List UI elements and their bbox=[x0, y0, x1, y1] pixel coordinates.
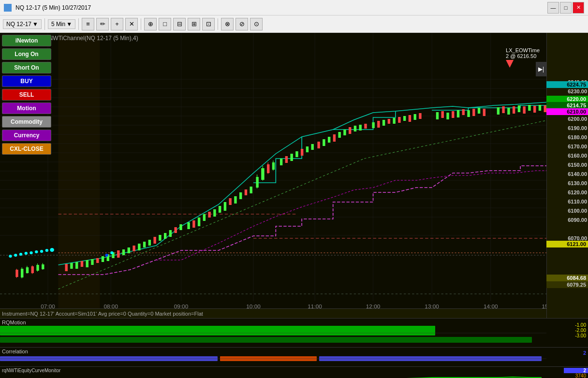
correlation-svg bbox=[0, 348, 546, 367]
svg-rect-114 bbox=[403, 116, 406, 121]
layout-button-2[interactable]: ⊟ bbox=[173, 18, 186, 30]
close-button[interactable]: ✕ bbox=[573, 2, 584, 14]
equity-right: 2 3740 1000 bbox=[546, 368, 588, 378]
instrument-selector[interactable]: NQ 12-17 ▼ bbox=[3, 19, 42, 29]
svg-rect-104 bbox=[349, 127, 351, 134]
buy-button[interactable]: BUY bbox=[2, 75, 51, 87]
timeframe-selector[interactable]: 5 Min ▼ bbox=[48, 19, 75, 29]
svg-rect-53 bbox=[96, 258, 99, 263]
svg-rect-124 bbox=[467, 110, 470, 117]
svg-rect-51 bbox=[86, 260, 88, 267]
svg-rect-92 bbox=[285, 156, 288, 163]
svg-rect-78 bbox=[229, 198, 231, 205]
svg-rect-122 bbox=[457, 110, 459, 117]
svg-rect-58 bbox=[122, 249, 125, 255]
svg-rect-66 bbox=[164, 233, 166, 239]
currency-button[interactable]: Currency bbox=[2, 130, 51, 141]
commodity-button[interactable]: Commodity bbox=[2, 116, 51, 128]
svg-rect-178 bbox=[0, 367, 546, 378]
layout-button-1[interactable]: □ bbox=[159, 18, 171, 30]
motion-button[interactable]: Motion bbox=[2, 102, 51, 114]
svg-rect-50 bbox=[81, 261, 83, 267]
window-title: NQ 12-17 (5 Min) 10/27/2017 bbox=[15, 4, 91, 11]
svg-rect-54 bbox=[102, 256, 104, 262]
title-bar: NQ 12-17 (5 Min) 10/27/2017 — □ ✕ bbox=[0, 0, 588, 15]
price-6160: 6160.00 bbox=[568, 153, 587, 159]
svg-rect-103 bbox=[343, 130, 346, 135]
draw-tool-button[interactable]: ✏ bbox=[96, 18, 109, 30]
play-button[interactable]: ▶| bbox=[536, 62, 546, 76]
svg-rect-98 bbox=[317, 142, 320, 148]
svg-point-157 bbox=[105, 254, 108, 257]
status-bar: Instrument=NQ 12-17' Account=Sim101' Avg… bbox=[0, 308, 546, 318]
price-6230: 6230.00 bbox=[568, 88, 587, 94]
rqmotion-val1: -1.00 bbox=[546, 322, 588, 328]
left-panel: iNewton Long On Short On BUY SELL Motion… bbox=[0, 33, 53, 318]
price-6130: 6130.00 bbox=[568, 180, 587, 186]
price-highlight-6210: 6210.00 bbox=[546, 108, 588, 115]
layout-button-3[interactable]: ⊞ bbox=[188, 18, 200, 30]
long-on-button[interactable]: Long On bbox=[2, 48, 51, 60]
svg-rect-67 bbox=[169, 230, 172, 237]
remove-button[interactable]: ✕ bbox=[125, 18, 138, 30]
settings-button[interactable]: ⊗ bbox=[221, 18, 234, 30]
svg-rect-171 bbox=[0, 337, 532, 343]
equity-val1: 2 bbox=[564, 368, 588, 373]
rqmotion-right-panel: -1.00 -2.00 -3.00 bbox=[546, 322, 588, 338]
strategy-button[interactable]: ⊙ bbox=[250, 18, 263, 30]
svg-rect-105 bbox=[354, 126, 356, 131]
svg-rect-69 bbox=[179, 224, 182, 230]
price-6090: 6090.00 bbox=[568, 217, 587, 223]
svg-rect-112 bbox=[393, 118, 395, 124]
price-6100: 6100.00 bbox=[568, 208, 587, 214]
price-6120: 6120.00 bbox=[568, 189, 587, 195]
maximize-button[interactable]: □ bbox=[560, 2, 572, 14]
correlation-right: 2 bbox=[546, 350, 588, 356]
svg-rect-136 bbox=[539, 105, 541, 111]
minimize-button[interactable]: — bbox=[547, 2, 559, 14]
indicator-button[interactable]: ⊘ bbox=[235, 18, 248, 30]
chart-container: RQiNewtonNQ, rqNWTiChannel(NQ 12-17 (5 M… bbox=[0, 33, 588, 318]
svg-rect-61 bbox=[138, 244, 140, 250]
price-axis: 6240.00 6230.00 6220.00 6210.00 6200.00 … bbox=[546, 33, 588, 318]
svg-rect-113 bbox=[398, 117, 400, 123]
price-6140: 6140.00 bbox=[568, 171, 587, 177]
svg-rect-73 bbox=[203, 214, 206, 221]
crosshair-button[interactable]: + bbox=[111, 18, 123, 30]
svg-rect-126 bbox=[478, 108, 480, 114]
price-6190: 6190.00 bbox=[568, 125, 587, 131]
cxl-close-button[interactable]: CXL-CLOSE bbox=[2, 143, 51, 155]
app-icon bbox=[4, 4, 12, 12]
correlation-panel: Correlation 2 bbox=[0, 347, 588, 366]
svg-rect-97 bbox=[311, 144, 314, 150]
svg-rect-130 bbox=[507, 108, 510, 115]
svg-rect-121 bbox=[452, 111, 454, 118]
inewton-button[interactable]: iNewton bbox=[2, 35, 51, 46]
svg-rect-128 bbox=[497, 107, 500, 115]
svg-rect-111 bbox=[388, 119, 390, 124]
zoom-button[interactable]: ⊕ bbox=[144, 18, 157, 30]
price-highlight-6084: 6084.68 bbox=[546, 275, 588, 281]
svg-rect-93 bbox=[290, 154, 293, 161]
svg-rect-72 bbox=[198, 218, 200, 226]
svg-rect-47 bbox=[65, 264, 68, 271]
sell-button[interactable]: SELL bbox=[2, 89, 51, 101]
svg-rect-91 bbox=[280, 159, 282, 165]
svg-rect-115 bbox=[409, 115, 411, 122]
rqmotion-val3: -3.00 bbox=[546, 333, 588, 338]
svg-rect-132 bbox=[518, 105, 520, 112]
svg-rect-82 bbox=[250, 187, 252, 193]
price-6150: 6150.00 bbox=[568, 162, 587, 168]
layout-button-4[interactable]: ⊡ bbox=[202, 18, 215, 30]
down-arrow-icon bbox=[506, 60, 514, 68]
short-on-button[interactable]: Short On bbox=[2, 62, 51, 73]
equity-title: rqNWTiEquityCurveMonitor bbox=[2, 368, 60, 373]
price-highlight-6214: 6214.75 bbox=[546, 102, 588, 109]
svg-rect-95 bbox=[301, 149, 303, 156]
price-highlight-6220: 6220.00 bbox=[546, 96, 588, 102]
lx-annotation: LX_EOWTime 2 @ 6216.50 bbox=[506, 47, 540, 68]
svg-rect-96 bbox=[306, 146, 309, 152]
price-6200: 6200.00 bbox=[568, 116, 587, 122]
chart-type-button[interactable]: ≡ bbox=[82, 18, 94, 30]
svg-rect-75 bbox=[213, 209, 216, 217]
